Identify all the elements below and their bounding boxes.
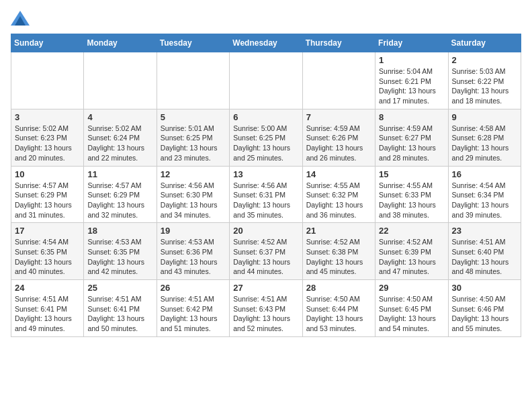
day-number: 19: [161, 226, 226, 236]
calendar-cell: 16Sunrise: 4:54 AMSunset: 6:34 PMDayligh…: [448, 166, 521, 223]
calendar-header-row: SundayMondayTuesdayWednesdayThursdayFrid…: [11, 34, 521, 52]
day-number: 17: [15, 226, 80, 236]
calendar-cell: 9Sunrise: 4:58 AMSunset: 6:28 PMDaylight…: [448, 109, 521, 166]
day-number: 26: [161, 283, 226, 293]
day-info: Sunrise: 4:57 AMSunset: 6:29 PMDaylight:…: [15, 181, 80, 220]
calendar-cell: [11, 52, 84, 109]
day-info: Sunrise: 5:04 AMSunset: 6:21 PMDaylight:…: [379, 66, 444, 106]
day-info: Sunrise: 4:57 AMSunset: 6:29 PMDaylight:…: [87, 181, 152, 220]
calendar-cell: 28Sunrise: 4:50 AMSunset: 6:44 PMDayligh…: [302, 280, 375, 337]
day-number: 18: [87, 226, 152, 236]
day-number: 8: [379, 112, 444, 122]
calendar-cell: 18Sunrise: 4:53 AMSunset: 6:35 PMDayligh…: [84, 223, 157, 280]
day-info: Sunrise: 4:51 AMSunset: 6:41 PMDaylight:…: [87, 294, 152, 334]
day-info: Sunrise: 4:53 AMSunset: 6:36 PMDaylight:…: [161, 237, 226, 277]
day-number: 9: [452, 112, 517, 122]
calendar-week-3: 10Sunrise: 4:57 AMSunset: 6:29 PMDayligh…: [11, 166, 521, 223]
calendar-cell: 6Sunrise: 5:00 AMSunset: 6:25 PMDaylight…: [230, 109, 302, 166]
day-number: 23: [452, 226, 517, 236]
day-info: Sunrise: 5:02 AMSunset: 6:23 PMDaylight:…: [15, 124, 80, 163]
calendar-cell: 21Sunrise: 4:52 AMSunset: 6:38 PMDayligh…: [302, 223, 375, 280]
calendar-week-5: 24Sunrise: 4:51 AMSunset: 6:41 PMDayligh…: [11, 280, 521, 337]
calendar-cell: 3Sunrise: 5:02 AMSunset: 6:23 PMDaylight…: [11, 109, 84, 166]
day-info: Sunrise: 4:51 AMSunset: 6:41 PMDaylight:…: [15, 294, 80, 334]
day-number: 30: [452, 283, 517, 293]
day-info: Sunrise: 4:58 AMSunset: 6:28 PMDaylight:…: [452, 124, 517, 163]
day-info: Sunrise: 4:51 AMSunset: 6:43 PMDaylight:…: [233, 294, 298, 334]
header-wednesday: Wednesday: [230, 34, 302, 52]
calendar-cell: 30Sunrise: 4:50 AMSunset: 6:46 PMDayligh…: [448, 280, 521, 337]
day-info: Sunrise: 4:55 AMSunset: 6:33 PMDaylight:…: [379, 181, 444, 220]
calendar-cell: 11Sunrise: 4:57 AMSunset: 6:29 PMDayligh…: [84, 166, 157, 223]
day-number: 13: [233, 169, 298, 179]
header-tuesday: Tuesday: [157, 34, 229, 52]
header-sunday: Sunday: [11, 34, 84, 52]
day-number: 22: [379, 226, 444, 236]
day-info: Sunrise: 5:03 AMSunset: 6:22 PMDaylight:…: [452, 66, 517, 106]
day-number: 20: [233, 226, 298, 236]
day-number: 25: [87, 283, 152, 293]
calendar-cell: 13Sunrise: 4:56 AMSunset: 6:31 PMDayligh…: [230, 166, 302, 223]
day-info: Sunrise: 5:01 AMSunset: 6:25 PMDaylight:…: [161, 124, 226, 163]
day-number: 29: [379, 283, 444, 293]
day-info: Sunrise: 4:50 AMSunset: 6:45 PMDaylight:…: [379, 294, 444, 334]
day-number: 15: [379, 169, 444, 179]
day-number: 14: [306, 169, 371, 179]
calendar-cell: 12Sunrise: 4:56 AMSunset: 6:30 PMDayligh…: [157, 166, 229, 223]
day-number: 24: [15, 283, 80, 293]
calendar-cell: 8Sunrise: 4:59 AMSunset: 6:27 PMDaylight…: [375, 109, 448, 166]
day-info: Sunrise: 4:50 AMSunset: 6:46 PMDaylight:…: [452, 294, 517, 334]
day-number: 11: [87, 169, 152, 179]
day-info: Sunrise: 4:52 AMSunset: 6:37 PMDaylight:…: [233, 237, 298, 277]
day-info: Sunrise: 4:56 AMSunset: 6:30 PMDaylight:…: [161, 181, 226, 220]
day-number: 4: [87, 112, 152, 122]
calendar-cell: [84, 52, 157, 109]
calendar-cell: 14Sunrise: 4:55 AMSunset: 6:32 PMDayligh…: [302, 166, 375, 223]
calendar-cell: 29Sunrise: 4:50 AMSunset: 6:45 PMDayligh…: [375, 280, 448, 337]
day-info: Sunrise: 4:53 AMSunset: 6:35 PMDaylight:…: [87, 237, 152, 277]
calendar-cell: 20Sunrise: 4:52 AMSunset: 6:37 PMDayligh…: [230, 223, 302, 280]
day-number: 28: [306, 283, 371, 293]
calendar-cell: 23Sunrise: 4:51 AMSunset: 6:40 PMDayligh…: [448, 223, 521, 280]
calendar-cell: [230, 52, 302, 109]
day-info: Sunrise: 4:50 AMSunset: 6:44 PMDaylight:…: [306, 294, 371, 334]
day-info: Sunrise: 4:54 AMSunset: 6:34 PMDaylight:…: [452, 181, 517, 220]
calendar-cell: 24Sunrise: 4:51 AMSunset: 6:41 PMDayligh…: [11, 280, 84, 337]
day-info: Sunrise: 4:56 AMSunset: 6:31 PMDaylight:…: [233, 181, 298, 220]
day-info: Sunrise: 4:51 AMSunset: 6:40 PMDaylight:…: [452, 237, 517, 277]
page-header: [11, 11, 521, 26]
day-number: 27: [233, 283, 298, 293]
calendar-week-1: 1Sunrise: 5:04 AMSunset: 6:21 PMDaylight…: [11, 52, 521, 109]
calendar-cell: 26Sunrise: 4:51 AMSunset: 6:42 PMDayligh…: [157, 280, 229, 337]
day-number: 5: [161, 112, 226, 122]
calendar-cell: 17Sunrise: 4:54 AMSunset: 6:35 PMDayligh…: [11, 223, 84, 280]
day-info: Sunrise: 4:59 AMSunset: 6:26 PMDaylight:…: [306, 124, 371, 163]
calendar-cell: 1Sunrise: 5:04 AMSunset: 6:21 PMDaylight…: [375, 52, 448, 109]
calendar-cell: 15Sunrise: 4:55 AMSunset: 6:33 PMDayligh…: [375, 166, 448, 223]
calendar-cell: 10Sunrise: 4:57 AMSunset: 6:29 PMDayligh…: [11, 166, 84, 223]
day-info: Sunrise: 5:00 AMSunset: 6:25 PMDaylight:…: [233, 124, 298, 163]
header-saturday: Saturday: [448, 34, 521, 52]
calendar-cell: 19Sunrise: 4:53 AMSunset: 6:36 PMDayligh…: [157, 223, 229, 280]
day-number: 1: [379, 55, 444, 65]
calendar-cell: [302, 52, 375, 109]
day-number: 3: [15, 112, 80, 122]
day-number: 10: [15, 169, 80, 179]
calendar-cell: 22Sunrise: 4:52 AMSunset: 6:39 PMDayligh…: [375, 223, 448, 280]
calendar-cell: 5Sunrise: 5:01 AMSunset: 6:25 PMDaylight…: [157, 109, 229, 166]
day-info: Sunrise: 4:52 AMSunset: 6:38 PMDaylight:…: [306, 237, 371, 277]
calendar-cell: 27Sunrise: 4:51 AMSunset: 6:43 PMDayligh…: [230, 280, 302, 337]
day-info: Sunrise: 4:59 AMSunset: 6:27 PMDaylight:…: [379, 124, 444, 163]
calendar-cell: [157, 52, 229, 109]
calendar-week-2: 3Sunrise: 5:02 AMSunset: 6:23 PMDaylight…: [11, 109, 521, 166]
calendar-table: SundayMondayTuesdayWednesdayThursdayFrid…: [11, 34, 521, 337]
day-number: 16: [452, 169, 517, 179]
logo-icon: [11, 11, 30, 26]
day-number: 7: [306, 112, 371, 122]
calendar-week-4: 17Sunrise: 4:54 AMSunset: 6:35 PMDayligh…: [11, 223, 521, 280]
day-info: Sunrise: 4:51 AMSunset: 6:42 PMDaylight:…: [161, 294, 226, 334]
day-info: Sunrise: 4:54 AMSunset: 6:35 PMDaylight:…: [15, 237, 80, 277]
calendar-cell: 2Sunrise: 5:03 AMSunset: 6:22 PMDaylight…: [448, 52, 521, 109]
header-friday: Friday: [375, 34, 448, 52]
calendar-cell: 25Sunrise: 4:51 AMSunset: 6:41 PMDayligh…: [84, 280, 157, 337]
